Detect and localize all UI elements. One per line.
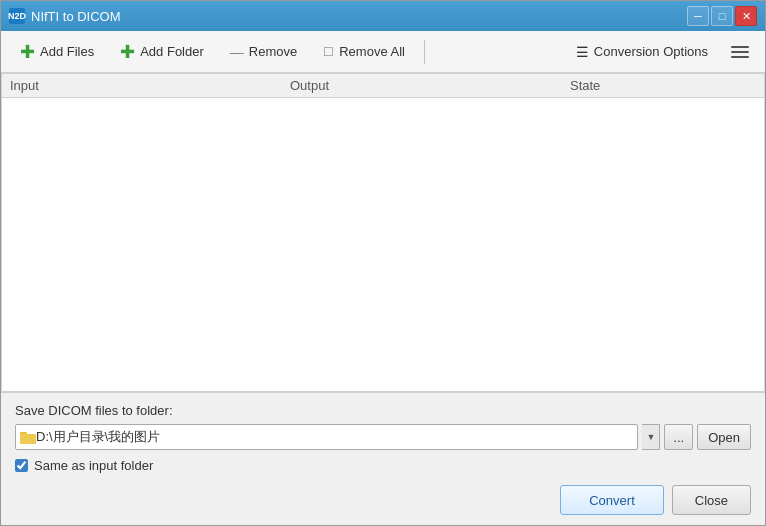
remove-all-label: Remove All	[339, 44, 405, 59]
same-as-input-label[interactable]: Same as input folder	[34, 458, 153, 473]
remove-all-button[interactable]: ☐ Remove All	[312, 38, 416, 65]
toolbar-separator	[424, 40, 425, 64]
bottom-section: Save DICOM files to folder: ▼ ... Open S…	[1, 392, 765, 525]
col-header-state: State	[570, 78, 756, 93]
conversion-options-icon: ☰	[576, 44, 589, 60]
add-folder-button[interactable]: ✚ Add Folder	[109, 35, 215, 69]
conversion-options-label: Conversion Options	[594, 44, 708, 59]
menu-button[interactable]	[723, 40, 757, 64]
maximize-button[interactable]: □	[711, 6, 733, 26]
add-files-label: Add Files	[40, 44, 94, 59]
add-folder-icon: ✚	[120, 41, 135, 63]
folder-input-wrapper	[15, 424, 638, 450]
same-as-input-checkbox[interactable]	[15, 459, 28, 472]
open-button[interactable]: Open	[697, 424, 751, 450]
hamburger-line-3	[731, 56, 749, 58]
action-row: Convert Close	[15, 485, 751, 515]
convert-button[interactable]: Convert	[560, 485, 664, 515]
minimize-button[interactable]: ─	[687, 6, 709, 26]
browse-button[interactable]: ...	[664, 424, 693, 450]
hamburger-line-1	[731, 46, 749, 48]
save-folder-label: Save DICOM files to folder:	[15, 403, 751, 418]
folder-icon	[20, 431, 36, 444]
main-window: N2D NIfTI to DICOM ─ □ ✕ ✚ Add Files ✚ A…	[0, 0, 766, 526]
col-header-output: Output	[290, 78, 570, 93]
close-button[interactable]: Close	[672, 485, 751, 515]
close-window-button[interactable]: ✕	[735, 6, 757, 26]
svg-rect-2	[20, 434, 36, 444]
window-controls: ─ □ ✕	[687, 6, 757, 26]
remove-button[interactable]: — Remove	[219, 38, 308, 66]
checkbox-row: Same as input folder	[15, 458, 751, 473]
folder-dropdown-button[interactable]: ▼	[642, 424, 660, 450]
folder-path-input[interactable]	[36, 430, 633, 445]
remove-label: Remove	[249, 44, 297, 59]
app-icon: N2D	[9, 8, 25, 24]
col-header-input: Input	[10, 78, 290, 93]
conversion-options-button[interactable]: ☰ Conversion Options	[565, 38, 719, 66]
toolbar: ✚ Add Files ✚ Add Folder — Remove ☐ Remo…	[1, 31, 765, 73]
title-bar: N2D NIfTI to DICOM ─ □ ✕	[1, 1, 765, 31]
add-files-button[interactable]: ✚ Add Files	[9, 35, 105, 69]
window-title: NIfTI to DICOM	[31, 9, 687, 24]
add-files-icon: ✚	[20, 41, 35, 63]
remove-icon: —	[230, 44, 244, 60]
folder-row: ▼ ... Open	[15, 424, 751, 450]
hamburger-line-2	[731, 51, 749, 53]
file-list-body	[2, 98, 764, 391]
remove-all-icon: ☐	[323, 45, 334, 59]
file-list-area: Input Output State	[1, 73, 765, 392]
toolbar-right: ☰ Conversion Options	[565, 38, 757, 66]
add-folder-label: Add Folder	[140, 44, 204, 59]
file-list-header: Input Output State	[2, 74, 764, 98]
